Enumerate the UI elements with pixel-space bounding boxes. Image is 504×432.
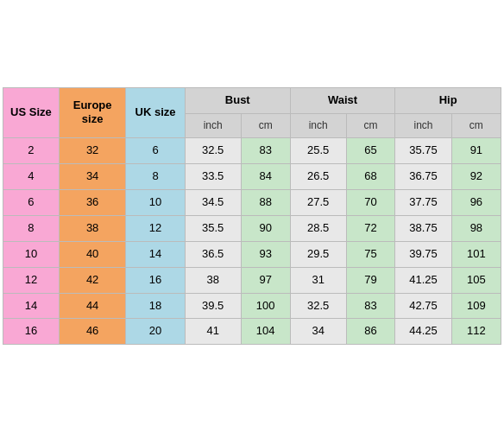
cell-hip-cm: 105 [451,267,501,293]
header-eu: Europe size [59,87,126,137]
cell-hip-inch: 39.75 [395,241,451,267]
header-waist: Waist [290,87,394,113]
cell-bust-inch: 32.5 [185,138,241,164]
cell-hip-inch: 37.75 [395,189,451,215]
cell-waist-cm: 70 [346,189,395,215]
cell-hip-cm: 92 [451,164,501,190]
table-row: 8 38 12 35.5 90 28.5 72 38.75 98 [3,215,501,241]
cell-waist-inch: 29.5 [290,241,346,267]
table-row: 16 46 20 41 104 34 86 44.25 112 [3,319,501,345]
cell-bust-cm: 97 [241,267,290,293]
cell-uk: 8 [126,164,185,190]
cell-eu: 40 [59,241,126,267]
cell-bust-cm: 84 [241,164,290,190]
cell-hip-inch: 36.75 [395,164,451,190]
cell-bust-cm: 88 [241,189,290,215]
subheader-bust-inch: inch [185,113,241,138]
cell-us: 16 [3,319,60,345]
cell-waist-inch: 28.5 [290,215,346,241]
cell-eu: 44 [59,293,126,319]
subheader-hip-cm: cm [451,113,501,138]
cell-bust-cm: 100 [241,293,290,319]
cell-us: 6 [3,189,60,215]
cell-bust-inch: 34.5 [185,189,241,215]
table-row: 10 40 14 36.5 93 29.5 75 39.75 101 [3,241,501,267]
cell-waist-cm: 83 [346,293,395,319]
header-hip: Hip [395,87,501,113]
cell-waist-inch: 25.5 [290,138,346,164]
cell-eu: 38 [59,215,126,241]
cell-hip-inch: 44.25 [395,319,451,345]
cell-waist-cm: 86 [346,319,395,345]
cell-waist-inch: 32.5 [290,293,346,319]
cell-hip-inch: 35.75 [395,138,451,164]
header-uk: UK size [126,87,185,137]
cell-uk: 16 [126,267,185,293]
cell-waist-cm: 79 [346,267,395,293]
table-row: 4 34 8 33.5 84 26.5 68 36.75 92 [3,164,501,190]
header-us: US Size [3,87,60,137]
cell-us: 8 [3,215,60,241]
cell-eu: 36 [59,189,126,215]
cell-hip-cm: 96 [451,189,501,215]
cell-uk: 20 [126,319,185,345]
subheader-bust-cm: cm [241,113,290,138]
cell-uk: 6 [126,138,185,164]
cell-bust-inch: 39.5 [185,293,241,319]
cell-hip-inch: 41.25 [395,267,451,293]
cell-bust-cm: 104 [241,319,290,345]
cell-hip-cm: 112 [451,319,501,345]
cell-us: 12 [3,267,60,293]
cell-hip-inch: 38.75 [395,215,451,241]
cell-us: 4 [3,164,60,190]
cell-bust-cm: 83 [241,138,290,164]
cell-bust-cm: 93 [241,241,290,267]
cell-uk: 14 [126,241,185,267]
cell-bust-inch: 35.5 [185,215,241,241]
cell-uk: 10 [126,189,185,215]
cell-bust-inch: 41 [185,319,241,345]
header-bust: Bust [185,87,290,113]
table-row: 14 44 18 39.5 100 32.5 83 42.75 109 [3,293,501,319]
cell-bust-inch: 33.5 [185,164,241,190]
cell-bust-inch: 36.5 [185,241,241,267]
cell-bust-cm: 90 [241,215,290,241]
cell-hip-cm: 91 [451,138,501,164]
cell-waist-cm: 72 [346,215,395,241]
cell-eu: 46 [59,319,126,345]
cell-waist-inch: 26.5 [290,164,346,190]
cell-waist-cm: 65 [346,138,395,164]
cell-waist-cm: 68 [346,164,395,190]
cell-eu: 42 [59,267,126,293]
cell-waist-inch: 27.5 [290,189,346,215]
table-row: 6 36 10 34.5 88 27.5 70 37.75 96 [3,189,501,215]
cell-waist-cm: 75 [346,241,395,267]
subheader-hip-inch: inch [395,113,451,138]
cell-eu: 34 [59,164,126,190]
cell-eu: 32 [59,138,126,164]
cell-hip-cm: 98 [451,215,501,241]
cell-waist-inch: 34 [290,319,346,345]
cell-uk: 12 [126,215,185,241]
cell-us: 10 [3,241,60,267]
cell-hip-inch: 42.75 [395,293,451,319]
cell-us: 2 [3,138,60,164]
cell-hip-cm: 109 [451,293,501,319]
subheader-waist-inch: inch [290,113,346,138]
cell-uk: 18 [126,293,185,319]
cell-hip-cm: 101 [451,241,501,267]
cell-bust-inch: 38 [185,267,241,293]
table-row: 2 32 6 32.5 83 25.5 65 35.75 91 [3,138,501,164]
cell-us: 14 [3,293,60,319]
cell-waist-inch: 31 [290,267,346,293]
subheader-waist-cm: cm [346,113,395,138]
table-row: 12 42 16 38 97 31 79 41.25 105 [3,267,501,293]
